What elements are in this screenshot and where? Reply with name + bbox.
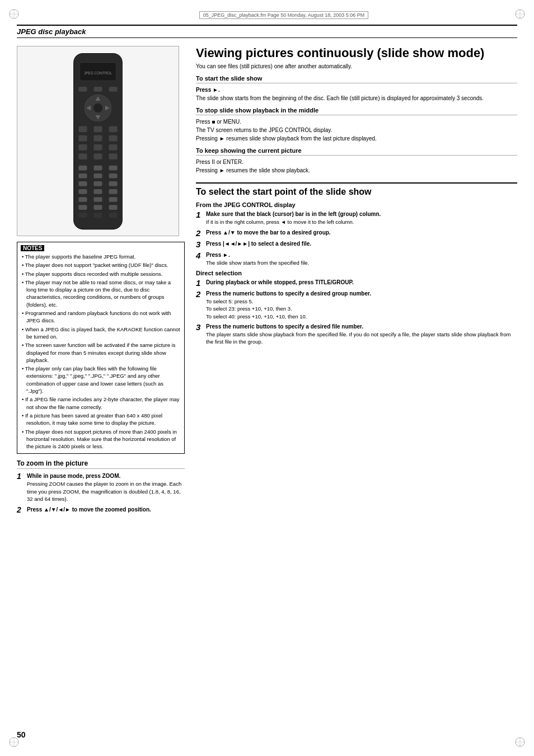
step-num: 1 — [196, 279, 206, 287]
step-title: Press the numeric buttons to specify a d… — [206, 323, 517, 331]
from-jpeg-step-4: 4 Press ►. The slide show starts from th… — [196, 251, 517, 266]
direct-step-2: 2 Press the numeric buttons to specify a… — [196, 290, 517, 320]
select-start-title: To select the start point of the slide s… — [196, 187, 517, 197]
svg-text:JPEG CONTROL: JPEG CONTROL — [84, 71, 113, 75]
note-item: The screen saver function will be activa… — [21, 341, 181, 364]
zoom-step-1-desc: Pressing ZOOM causes the player to zoom … — [27, 480, 185, 503]
svg-rect-38 — [109, 165, 118, 170]
svg-rect-43 — [93, 181, 102, 186]
start-show-section: To start the slide show Press ►. The sli… — [196, 75, 517, 102]
step-body: Make sure that the black (cursor) bar is… — [206, 210, 517, 226]
note-item: The player supports discs recorded with … — [21, 270, 181, 278]
svg-rect-28 — [93, 135, 102, 141]
svg-rect-23 — [109, 87, 118, 92]
zoom-step-2-title: Press ▲/▼/◄/► to move the zoomed positio… — [27, 506, 151, 513]
step-title: Press ►. — [206, 251, 517, 259]
stop-show-line2: The TV screen returns to the JPEG CONTRO… — [196, 127, 332, 133]
direct-subheading: Direct selection — [196, 270, 517, 276]
stop-show-heading: To stop slide show playback in the middl… — [196, 107, 517, 115]
step-body: Press ▲/▼ to move the bar to a desired g… — [206, 229, 517, 237]
svg-rect-35 — [109, 153, 118, 159]
right-column: Viewing pictures continuously (slide sho… — [196, 46, 517, 348]
step-desc: To select 5: press 5.To select 23: press… — [206, 298, 517, 320]
svg-rect-44 — [109, 181, 118, 186]
note-item: When a JPEG disc is played back, the KAR… — [21, 326, 181, 341]
svg-rect-39 — [78, 173, 87, 178]
section-intro: You can see files (still pictures) one a… — [196, 63, 517, 69]
from-jpeg-subheading: From the JPEG CONTROL display — [196, 201, 517, 208]
svg-rect-30 — [78, 144, 87, 150]
step-body: Press the numeric buttons to specify a d… — [206, 290, 517, 320]
svg-rect-55 — [93, 213, 102, 218]
svg-rect-32 — [109, 144, 118, 150]
keep-show-content: Press II or ENTER. Pressing ► resumes th… — [196, 158, 517, 175]
note-item: If a picture has been saved at greater t… — [21, 412, 181, 427]
step-title: During playback or while stopped, press … — [206, 279, 517, 287]
note-item: The player supports the baseline JPEG fo… — [21, 253, 181, 260]
note-item: The player may not be able to read some … — [21, 279, 181, 308]
page-number: 50 — [17, 730, 26, 739]
main-title: Viewing pictures continuously (slide sho… — [196, 46, 517, 60]
svg-rect-34 — [93, 153, 102, 159]
svg-rect-49 — [93, 197, 102, 202]
zoom-heading: To zoom in the picture — [17, 459, 185, 469]
notes-box: NOTES The player supports the baseline J… — [17, 242, 185, 454]
svg-rect-27 — [78, 135, 87, 141]
start-show-press: Press ►. — [196, 87, 220, 93]
zoom-step-2-content: Press ▲/▼/◄/► to move the zoomed positio… — [27, 506, 185, 514]
svg-rect-54 — [78, 213, 87, 218]
zoom-step-1-title: While in pause mode, press ZOOM. — [27, 473, 120, 479]
direct-step-3: 3 Press the numeric buttons to specify a… — [196, 323, 517, 346]
note-item: If a JPEG file name includes any 2-byte … — [21, 396, 181, 411]
page-header-title: JPEG disc playback — [17, 27, 86, 36]
svg-rect-48 — [78, 197, 87, 202]
from-jpeg-step-3: 3 Press |◄◄/►►| to select a desired file… — [196, 240, 517, 248]
svg-rect-53 — [109, 205, 118, 210]
step-number-2: 2 — [17, 506, 26, 514]
two-column-layout: JPEG CONTROL — [17, 46, 517, 517]
svg-rect-24 — [78, 126, 87, 132]
corner-mark-tr — [514, 8, 526, 20]
zoom-step-2: 2 Press ▲/▼/◄/► to move the zoomed posit… — [17, 506, 185, 514]
note-item: The player only can play back files with… — [21, 365, 181, 395]
direct-step-1: 1 During playback or while stopped, pres… — [196, 279, 517, 287]
step-desc: The player starts slide show playback fr… — [206, 331, 517, 346]
step-num: 2 — [196, 290, 206, 320]
file-info: 05_JPEG_disc_playback.fm Page 50 Monday,… — [199, 11, 369, 19]
step-num: 3 — [196, 323, 206, 346]
step-title: Press the numeric buttons to specify a d… — [206, 290, 517, 298]
step-body: Press ►. The slide show starts from the … — [206, 251, 517, 266]
remote-image: JPEG CONTROL — [17, 46, 179, 236]
step-num: 4 — [196, 251, 206, 266]
step-num: 2 — [196, 229, 206, 237]
svg-rect-40 — [93, 173, 102, 178]
start-show-content: Press ►. The slide show starts from the … — [196, 86, 517, 102]
svg-rect-31 — [93, 144, 102, 150]
step-body: Press |◄◄/►►| to select a desired file. — [206, 240, 517, 248]
step-num: 1 — [196, 210, 206, 226]
svg-rect-52 — [93, 205, 102, 210]
svg-rect-25 — [93, 126, 102, 132]
step-body: During playback or while stopped, press … — [206, 279, 517, 287]
svg-rect-33 — [78, 153, 87, 159]
svg-rect-47 — [109, 189, 118, 194]
zoom-step-1-content: While in pause mode, press ZOOM. Pressin… — [27, 472, 185, 503]
keep-show-section: To keep showing the current picture Pres… — [196, 147, 517, 175]
from-jpeg-step-1: 1 Make sure that the black (cursor) bar … — [196, 210, 517, 226]
svg-rect-22 — [93, 87, 102, 92]
step-title: Press ▲/▼ to move the bar to a desired g… — [206, 229, 517, 237]
step-title: Make sure that the black (cursor) bar is… — [206, 210, 517, 218]
notes-title: NOTES — [21, 245, 44, 251]
svg-rect-37 — [93, 165, 102, 170]
step-title: Press |◄◄/►►| to select a desired file. — [206, 240, 517, 248]
stop-show-content: Press ■ or MENU. The TV screen returns t… — [196, 118, 517, 143]
svg-rect-29 — [109, 135, 118, 141]
step-desc: If it is in the right column, press ◄ to… — [206, 218, 517, 226]
notes-list: The player supports the baseline JPEG fo… — [21, 253, 181, 450]
note-item: The player does not support "packet writ… — [21, 261, 181, 269]
start-show-heading: To start the slide show — [196, 75, 517, 83]
svg-rect-26 — [109, 126, 118, 132]
zoom-section: To zoom in the picture 1 While in pause … — [17, 459, 185, 514]
start-show-desc: The slide show starts from the beginning… — [196, 95, 484, 101]
stop-show-section: To stop slide show playback in the middl… — [196, 107, 517, 143]
